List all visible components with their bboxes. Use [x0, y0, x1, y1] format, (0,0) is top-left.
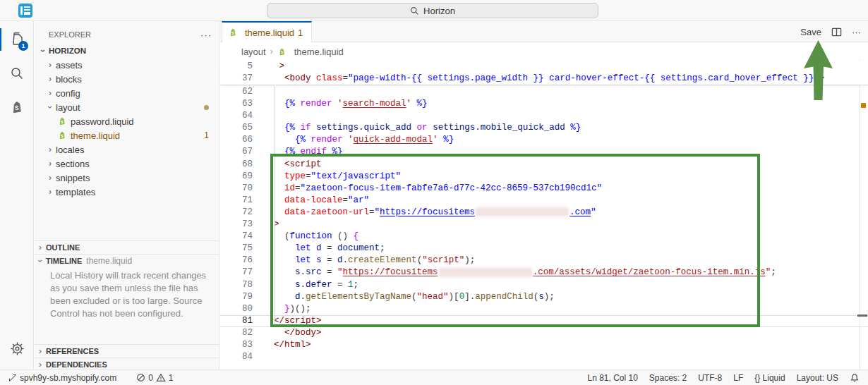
- chevron-down-icon: ›: [45, 102, 55, 113]
- activity-bar: 1 S: [0, 21, 34, 369]
- cursor-position[interactable]: Ln 81, Col 10: [587, 373, 637, 383]
- line-number: 5: [220, 61, 253, 73]
- chevron-down-icon: ›: [35, 255, 45, 267]
- indentation-setting[interactable]: Spaces: 2: [649, 373, 687, 383]
- code-line-83[interactable]: 83</html>: [220, 339, 868, 351]
- explorer-badge: 1: [18, 41, 28, 51]
- problems-indicator[interactable]: 0 1: [136, 373, 173, 383]
- line-number: 65: [220, 122, 253, 134]
- chevron-right-icon: ›: [44, 60, 56, 70]
- command-center-search[interactable]: Horizon: [267, 3, 598, 18]
- line-number: 37: [220, 73, 253, 85]
- line-number: 83: [220, 339, 253, 351]
- line-content: [253, 86, 274, 98]
- breadcrumb: layout › S theme.liquid: [220, 42, 868, 61]
- code-line-63[interactable]: 63 {% render 'search-modal' %}: [220, 98, 868, 110]
- timeline-pane-header[interactable]: ›TIMELINEtheme.liquid: [35, 254, 219, 267]
- line-number: 64: [220, 110, 253, 122]
- annotation-arrow-icon: [802, 39, 836, 102]
- problems-count-badge: 1: [204, 130, 209, 140]
- tree-folder-config[interactable]: ›config: [35, 86, 219, 100]
- breadcrumb-file[interactable]: theme.liquid: [294, 47, 344, 57]
- settings-gear-icon[interactable]: [0, 333, 34, 364]
- language-mode[interactable]: {} Liquid: [754, 373, 785, 383]
- encoding-setting[interactable]: UTF-8: [698, 373, 722, 383]
- remote-indicator[interactable]: spvh9y-sb.myshopify.com: [8, 373, 116, 383]
- code-line-65[interactable]: 65 {% if settings.quick_add or settings.…: [220, 122, 868, 134]
- svg-text:S: S: [61, 134, 64, 138]
- warning-icon: [156, 373, 166, 382]
- line-number: 75: [220, 243, 253, 255]
- line-content: {% if settings.quick_add or settings.mob…: [253, 122, 581, 134]
- file-tree: ›HORIZON ›assets ›blocks ›config ›layout…: [35, 44, 219, 199]
- code-line-64[interactable]: 64: [220, 110, 868, 122]
- tree-folder-templates[interactable]: ›templates: [35, 185, 219, 199]
- svg-text:S: S: [61, 120, 64, 124]
- chevron-right-icon: ›: [44, 88, 56, 98]
- explorer-icon[interactable]: 1: [0, 24, 34, 55]
- tree-file-password-liquid[interactable]: S password.liquid: [35, 114, 219, 128]
- keyboard-layout[interactable]: Layout: US: [797, 373, 838, 383]
- code-line-84[interactable]: 84: [220, 351, 868, 363]
- chevron-right-icon: ›: [44, 173, 56, 183]
- line-number: 66: [220, 134, 253, 146]
- explorer-more-actions[interactable]: ···: [200, 30, 212, 40]
- status-bar: spvh9y-sb.myshopify.com 0 1 Ln 81, Col 1…: [0, 369, 868, 385]
- notifications-bell-icon[interactable]: [850, 373, 860, 383]
- line-number: 69: [220, 171, 253, 183]
- line-number: 81: [220, 315, 253, 327]
- search-sidebar-icon[interactable]: [0, 58, 34, 89]
- chevron-right-icon: ›: [44, 187, 56, 197]
- eol-setting[interactable]: LF: [733, 373, 743, 383]
- chevron-right-icon: ›: [44, 159, 56, 169]
- tree-file-theme-liquid[interactable]: S theme.liquid 1: [35, 128, 219, 142]
- split-editor-icon[interactable]: [831, 27, 842, 37]
- tree-folder-snippets[interactable]: ›snippets: [35, 171, 219, 185]
- line-number: 72: [220, 207, 253, 219]
- line-number: 63: [220, 98, 253, 110]
- line-number: 67: [220, 146, 253, 158]
- tree-folder-blocks[interactable]: ›blocks: [35, 72, 219, 86]
- line-content: <body class="page-width-{{ settings.page…: [253, 73, 824, 85]
- line-number: 74: [220, 231, 253, 243]
- tab-problems-badge: 1: [298, 28, 303, 38]
- line-number: 62: [220, 86, 253, 98]
- shopify-icon[interactable]: S: [0, 92, 34, 123]
- tree-root-horizon[interactable]: ›HORIZON: [35, 44, 219, 58]
- line-number: 79: [220, 291, 253, 303]
- remote-icon: [8, 374, 17, 382]
- tab-theme-liquid[interactable]: S theme.liquid 1: [222, 21, 312, 42]
- breadcrumb-folder[interactable]: layout: [241, 47, 266, 57]
- outline-pane-header[interactable]: ›OUTLINE: [35, 240, 219, 254]
- references-pane-header[interactable]: ›REFERENCES: [35, 344, 219, 358]
- code-line-66[interactable]: 66 {% render 'quick-add-modal' %}: [220, 134, 868, 146]
- chevron-right-icon: ›: [44, 74, 56, 84]
- svg-text:S: S: [15, 105, 19, 111]
- tree-folder-locales[interactable]: ›locales: [35, 142, 219, 157]
- chevron-right-icon: ›: [35, 360, 46, 369]
- line-number: 77: [220, 267, 253, 279]
- explorer-header: EXPLORER: [49, 30, 91, 39]
- line-content: {% render 'quick-add-modal' %}: [253, 134, 454, 146]
- code-line-5[interactable]: 5 >: [220, 61, 868, 73]
- save-button[interactable]: Save: [800, 27, 821, 37]
- line-content: </body>: [253, 327, 322, 339]
- line-number: 70: [220, 183, 253, 195]
- code-line-62[interactable]: 62: [220, 86, 868, 98]
- line-content: {% render 'search-modal' %}: [253, 98, 428, 110]
- overview-ruler[interactable]: [860, 59, 860, 369]
- warning-count: 1: [169, 373, 174, 383]
- code-line-82[interactable]: 82 </body>: [220, 327, 868, 339]
- editor-more-actions[interactable]: ···: [852, 27, 861, 37]
- tree-folder-assets[interactable]: ›assets: [35, 58, 219, 72]
- code-line-37[interactable]: 37 <body class="page-width-{{ settings.p…: [220, 73, 868, 85]
- chevron-right-icon: ›: [44, 145, 56, 154]
- search-icon: [410, 6, 419, 16]
- timeline-file-label: theme.liquid: [86, 256, 132, 266]
- error-icon: [136, 373, 145, 382]
- tree-folder-layout[interactable]: ›layout: [35, 100, 219, 114]
- svg-text:S: S: [231, 31, 234, 35]
- tree-folder-sections[interactable]: ›sections: [35, 157, 219, 171]
- error-count: 0: [148, 373, 153, 383]
- line-number: 84: [220, 351, 253, 363]
